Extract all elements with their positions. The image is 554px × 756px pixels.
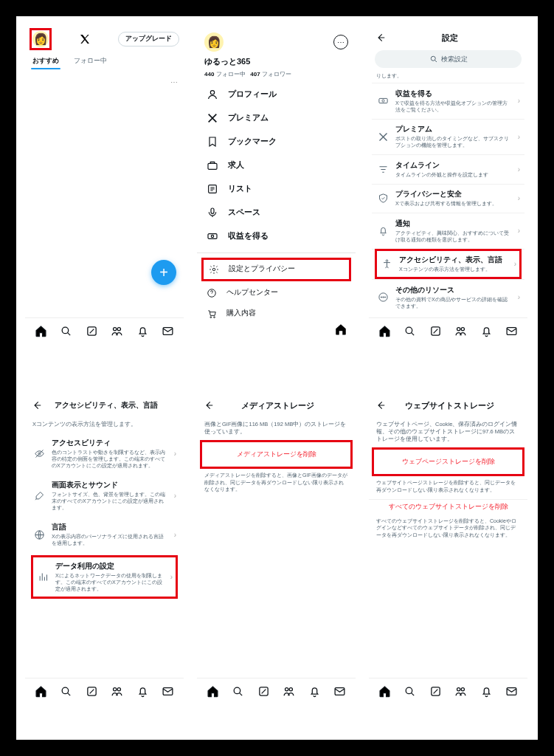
menu-jobs[interactable]: 求人 — [197, 154, 356, 177]
menu-monetize[interactable]: 収益を得る — [197, 224, 356, 248]
screen-drawer: ⋯ ゆるっと365 440 フォロー中 407 フォロワー プロフィール プレミ… — [197, 27, 356, 344]
follow-stats[interactable]: 440 フォロー中 407 フォロワー — [204, 70, 348, 78]
settings-highlight: 設定とプライバシー — [201, 258, 351, 281]
row-accessibility[interactable]: アクセスビリティ色のコントラストや動きを制限するなど、表示内容の特定の側面を管理… — [28, 433, 181, 475]
svg-point-21 — [382, 297, 383, 298]
chevron-right-icon: › — [518, 227, 520, 235]
grok-icon[interactable] — [429, 685, 442, 698]
more-icon[interactable]: ⋯ — [170, 78, 178, 86]
bottom-nav — [369, 678, 527, 704]
menu-purchases[interactable]: 購入内容 — [197, 303, 356, 324]
home-icon[interactable] — [34, 325, 47, 338]
svg-point-3 — [117, 328, 120, 331]
notifications-icon[interactable] — [479, 325, 493, 338]
row-data-usage[interactable]: データ利用の設定Xによるネットワークデータの使用を制限します。この端末のすべての… — [33, 557, 176, 597]
x-logo-icon — [79, 33, 91, 45]
menu-bookmarks[interactable]: ブックマーク — [197, 130, 356, 154]
messages-icon[interactable] — [505, 325, 519, 338]
gear-icon — [208, 264, 220, 275]
svg-point-14 — [214, 316, 215, 317]
notifications-icon[interactable] — [479, 685, 493, 698]
home-icon[interactable] — [378, 685, 391, 698]
row-languages[interactable]: 言語Xの表示内容のパーソナライズに使用される言語を適用します。› — [28, 517, 181, 552]
delete-media-button[interactable]: メディアストレージを削除 — [202, 442, 350, 467]
search-input[interactable]: 検索設定 — [375, 50, 522, 68]
accessibility-icon — [380, 258, 393, 271]
messages-icon[interactable] — [162, 685, 175, 698]
compose-fab[interactable]: + — [151, 260, 176, 285]
communities-icon[interactable] — [111, 685, 124, 698]
account-switch-icon[interactable]: ⋯ — [333, 35, 348, 49]
grok-icon[interactable] — [85, 325, 98, 338]
menu-premium[interactable]: プレミアム — [197, 106, 356, 130]
back-icon[interactable] — [375, 399, 387, 411]
shield-icon — [376, 192, 389, 205]
home-icon[interactable] — [206, 685, 219, 698]
avatar-highlight — [30, 28, 52, 50]
grok-icon[interactable] — [85, 685, 98, 698]
chevron-right-icon: › — [518, 293, 520, 301]
grok-icon[interactable] — [429, 325, 442, 338]
list-icon — [206, 182, 219, 196]
menu-lists[interactable]: リスト — [197, 177, 356, 201]
communities-icon[interactable] — [283, 685, 296, 698]
svg-point-5 — [210, 91, 214, 94]
row-timeline[interactable]: タイムラインタイムラインの外観と操作を設定します› — [372, 155, 524, 184]
screen-media-storage: メディアストレージ 画像とGIF画像に116 MB（192 MB中）のストレージ… — [197, 394, 356, 704]
tab-recommended[interactable]: おすすめ — [25, 52, 66, 69]
communities-icon[interactable] — [454, 325, 468, 338]
home-corner-icon[interactable] — [330, 319, 351, 340]
communities-icon[interactable] — [454, 685, 468, 698]
home-icon[interactable] — [34, 685, 47, 698]
eye-off-icon — [32, 447, 46, 461]
notifications-icon[interactable] — [136, 685, 149, 698]
avatar[interactable] — [32, 31, 49, 47]
screen-settings: 設定 検索設定 りします。 収益を得るXで収益を得る方法や収益化オプションの管理… — [369, 27, 527, 344]
messages-icon[interactable] — [162, 325, 175, 338]
search-icon[interactable] — [404, 325, 417, 338]
back-icon[interactable] — [31, 399, 43, 411]
menu-help[interactable]: ヘルプセンター — [197, 283, 356, 303]
notifications-icon[interactable] — [308, 685, 321, 698]
search-icon[interactable] — [404, 685, 417, 698]
globe-icon — [32, 528, 46, 541]
messages-icon[interactable] — [505, 685, 519, 698]
filter-icon — [376, 162, 389, 176]
svg-point-26 — [461, 328, 464, 331]
menu-profile[interactable]: プロフィール — [197, 83, 356, 106]
row-premium[interactable]: プレミアムポストの取り消しのタイミングなど、サブスクリプションの機能を管理します… — [372, 119, 524, 154]
communities-icon[interactable] — [111, 325, 124, 338]
page-desc: 画像とGIF画像に116 MB（192 MB中）のストレージを使っています。 — [197, 416, 356, 440]
delete-media-highlight: メディアストレージを削除 — [200, 440, 353, 469]
delete-all-web-button[interactable]: すべてのウェブサイトストレージを削除 — [369, 501, 527, 516]
grok-icon[interactable] — [257, 685, 270, 698]
row-resources[interactable]: その他のリソースその他の資料でXの商品やサービスの詳細を確認できます。› — [372, 280, 524, 315]
search-icon[interactable] — [60, 325, 73, 338]
row-notifications[interactable]: 通知アクティビティ、興味関心、おすすめについて受け取る通知の種類を選択します。› — [372, 213, 524, 249]
messages-icon[interactable] — [333, 685, 347, 698]
row-privacy[interactable]: プライバシーと安全Xで表示および共有する情報を管理します。› — [372, 184, 524, 213]
svg-point-23 — [406, 327, 412, 334]
back-icon[interactable] — [375, 32, 387, 44]
delete-web-desc: ウェブサイトページストレージを削除すると、同じデータを再ダウンロードしない限り表… — [369, 478, 527, 498]
drawer-avatar[interactable] — [204, 32, 224, 52]
menu-spaces[interactable]: スペース — [197, 201, 356, 224]
svg-point-35 — [234, 687, 240, 694]
tab-following[interactable]: フォロー中 — [66, 52, 114, 69]
notifications-icon[interactable] — [136, 325, 149, 338]
back-icon[interactable] — [203, 399, 215, 411]
search-icon[interactable] — [60, 685, 73, 698]
row-monetize[interactable]: 収益を得るXで収益を得る方法や収益化オプションの管理方法をご覧ください。› — [372, 83, 524, 119]
row-accessibility[interactable]: アクセシビリティ、表示、言語Xコンテンツの表示方法を管理します。› — [377, 251, 519, 277]
home-icon[interactable] — [378, 325, 391, 338]
svg-point-20 — [381, 297, 381, 298]
help-icon — [206, 287, 218, 299]
menu-settings-privacy[interactable]: 設定とプライバシー — [204, 260, 349, 279]
search-icon[interactable] — [232, 685, 245, 698]
chevron-right-icon: › — [518, 194, 520, 202]
delete-web-button[interactable]: ウェブページストレージを削除 — [374, 450, 522, 474]
row-display-sound[interactable]: 画面表示とサウンドフォントサイズ、色、背景を管理します。この端末のすべてのXアカ… — [28, 475, 181, 517]
svg-rect-16 — [378, 98, 387, 103]
chart-icon — [36, 571, 49, 584]
upgrade-button[interactable]: アップグレード — [118, 32, 179, 47]
